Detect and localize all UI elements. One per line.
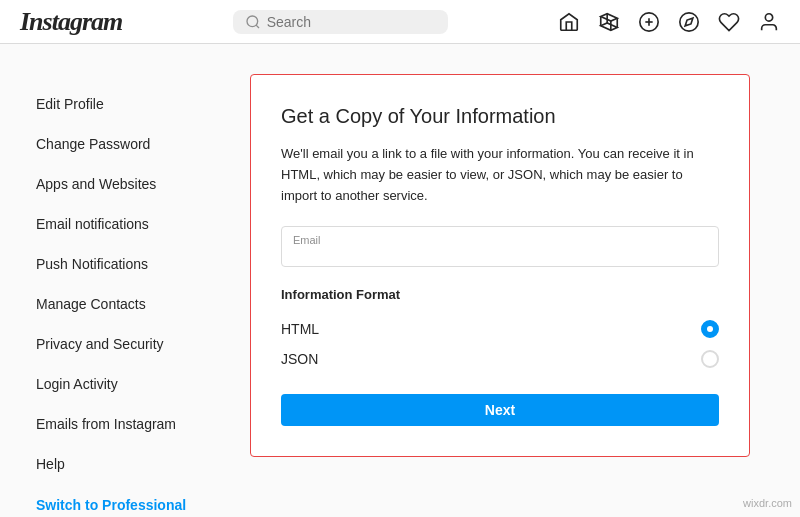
- profile-icon[interactable]: [758, 11, 780, 33]
- sidebar-professional-account[interactable]: Switch to Professional Account: [20, 484, 220, 517]
- sidebar-item-email-notifications[interactable]: Email notifications: [20, 204, 220, 244]
- svg-marker-12: [685, 18, 693, 26]
- svg-line-1: [256, 25, 259, 28]
- search-bar[interactable]: [233, 10, 448, 34]
- search-input[interactable]: [267, 14, 436, 30]
- main-content: Get a Copy of Your Information We'll ema…: [220, 74, 780, 517]
- home-icon[interactable]: [558, 11, 580, 33]
- format-section: Information Format HTML JSON: [281, 287, 719, 374]
- sidebar-item-manage-contacts[interactable]: Manage Contacts: [20, 284, 220, 324]
- top-navigation: Instagram: [0, 0, 800, 44]
- next-button[interactable]: Next: [281, 394, 719, 426]
- sidebar-item-push-notifications[interactable]: Push Notifications: [20, 244, 220, 284]
- main-layout: Edit Profile Change Password Apps and We…: [0, 44, 800, 517]
- card-description: We'll email you a link to a file with yo…: [281, 144, 719, 206]
- svg-point-13: [765, 13, 772, 20]
- dm-icon[interactable]: [678, 11, 700, 33]
- add-icon[interactable]: [638, 11, 660, 33]
- sidebar-item-login-activity[interactable]: Login Activity: [20, 364, 220, 404]
- format-html-label: HTML: [281, 321, 319, 337]
- svg-marker-2: [601, 13, 618, 20]
- email-field-wrapper: Email: [281, 226, 719, 267]
- sidebar-item-emails-instagram[interactable]: Emails from Instagram: [20, 404, 220, 444]
- explore-icon[interactable]: [598, 11, 620, 33]
- format-json-label: JSON: [281, 351, 318, 367]
- sidebar-item-privacy-security[interactable]: Privacy and Security: [20, 324, 220, 364]
- card-title: Get a Copy of Your Information: [281, 105, 719, 128]
- sidebar-item-edit-profile[interactable]: Edit Profile: [20, 84, 220, 124]
- sidebar: Edit Profile Change Password Apps and We…: [20, 74, 220, 517]
- watermark: wixdr.com: [743, 497, 792, 509]
- svg-point-0: [247, 16, 258, 27]
- svg-marker-3: [601, 22, 618, 29]
- search-icon: [245, 14, 261, 30]
- format-option-html[interactable]: HTML: [281, 314, 719, 344]
- copy-info-card: Get a Copy of Your Information We'll ema…: [250, 74, 750, 457]
- format-json-radio[interactable]: [701, 350, 719, 368]
- format-option-json[interactable]: JSON: [281, 344, 719, 374]
- nav-icons: [558, 11, 780, 33]
- sidebar-item-change-password[interactable]: Change Password: [20, 124, 220, 164]
- email-input[interactable]: [281, 226, 719, 267]
- svg-point-11: [680, 12, 698, 30]
- logo: Instagram: [20, 7, 122, 37]
- heart-icon[interactable]: [718, 11, 740, 33]
- sidebar-item-apps-websites[interactable]: Apps and Websites: [20, 164, 220, 204]
- format-html-radio[interactable]: [701, 320, 719, 338]
- sidebar-item-help[interactable]: Help: [20, 444, 220, 484]
- format-title: Information Format: [281, 287, 719, 302]
